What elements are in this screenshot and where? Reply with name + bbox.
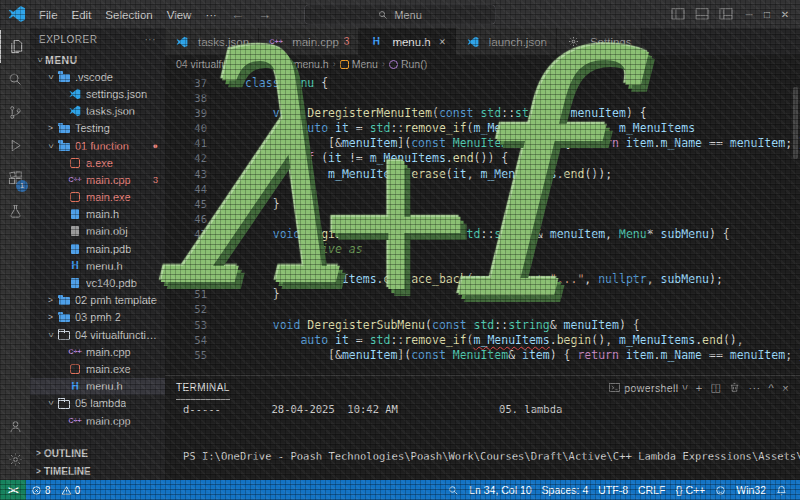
status-ln-34-col-10[interactable]: Ln 34, Col 10 [464,484,536,496]
chevron-icon: > [35,54,45,65]
menu-selection[interactable]: Selection [98,9,159,21]
status-win32[interactable]: Win32 [731,484,771,496]
tree-item[interactable]: Hmenu.h [30,378,165,395]
more-actions-icon[interactable]: ··· [748,382,760,394]
tree-item[interactable]: >.vscode [30,68,165,85]
nav-back-icon[interactable]: ← [231,7,244,22]
code-line: 47 void RegisterSubMenu(const std::strin… [165,227,800,242]
activity-testing-icon[interactable] [0,195,30,228]
activity-settings-icon[interactable] [0,443,30,476]
tree-item[interactable]: main.exe [30,360,165,377]
tab-launch-json[interactable]: launch.json [456,28,557,55]
tree-item[interactable]: >02 pmh template [30,292,165,309]
tree-item[interactable]: settings.json [30,85,165,102]
exe-icon [67,362,83,375]
tree-item-label: MENU [45,54,78,66]
search-icon[interactable] [443,485,464,496]
status-spaces-4[interactable]: Spaces: 4 [537,484,594,496]
code-text: void DeregisterSubMenu(const std::string… [207,318,640,333]
breadcrumb-item[interactable]: Run() [389,58,427,70]
tree-item[interactable]: main.pdb [30,240,165,257]
customize-layout-icon[interactable] [716,5,736,23]
tree-item[interactable]: main.h [30,206,165,223]
code-text: auto it = std::remove_if(m_MenuItems.beg… [207,121,695,136]
toggle-sidebar-icon[interactable] [668,5,688,23]
status-utf-8[interactable]: UTF-8 [593,484,633,496]
menu-more[interactable]: ··· [198,9,224,21]
nav-forward-icon[interactable]: → [258,7,271,22]
code-line: 53 void DeregisterSubMenu(const std::str… [165,318,800,333]
bell-icon[interactable] [771,485,792,496]
tree-item[interactable]: C++main.cpp [30,343,165,360]
tab-settings[interactable]: Settings [557,28,642,55]
activity-badge: 1 [16,180,28,192]
tree-item[interactable]: main.obj [30,223,165,240]
tree-item-label: settings.json [86,88,147,100]
menu-view[interactable]: View [160,9,199,21]
toggle-panel-icon[interactable] [692,5,712,23]
tree-item[interactable]: C++main.cpp [30,412,165,429]
line-number: 41 [165,136,207,151]
tab-menu-h[interactable]: Hmenu.h× [359,28,455,55]
editor-scrollbar[interactable] [793,87,798,159]
chevron-icon: > [46,140,56,151]
tree-item[interactable]: vc140.pdb [30,274,165,291]
activity-search-icon[interactable] [0,63,30,96]
close-button[interactable]: ✕ [776,9,794,20]
tree-root[interactable]: >MENU [30,51,165,68]
kill-terminal-icon[interactable] [729,382,740,393]
activity-extensions-icon[interactable]: 1 [0,162,30,195]
line-number: 42 [165,151,207,166]
remote-indicator[interactable]: >< [0,480,26,500]
vscode-icon [174,35,190,48]
close-panel-icon[interactable]: × [782,382,789,394]
breadcrumb-item[interactable]: Menu [340,58,378,70]
problems-errors[interactable]: 8 [26,484,56,496]
status--c-[interactable]: {} C++ [670,484,710,496]
maximize-button[interactable]: □ [758,9,776,20]
tree-item[interactable]: Hmenu.h [30,257,165,274]
tree-item[interactable]: a.exe [30,154,165,171]
tree-item[interactable]: >04 virtualfunctions [30,326,165,343]
menu-edit[interactable]: Edit [65,9,99,21]
tree-item[interactable]: >01 function● [30,137,165,154]
tab-terminal[interactable]: TERMINAL [176,376,230,400]
vscode-logo-icon [8,5,26,23]
feedback-icon[interactable] [710,485,731,496]
section-outline[interactable]: >OUTLINE [30,444,165,462]
activity-files-icon[interactable] [0,30,31,63]
breadcrumb[interactable]: 04 virtualfunctions›Hmenu.h›Menu›Run() [165,55,800,73]
activity-run-debug-icon[interactable] [0,129,30,162]
tree-item[interactable]: tasks.json [30,103,165,120]
code-text: } [207,287,280,302]
tab-close-icon[interactable]: × [439,35,446,49]
problems-warnings[interactable]: 0 [56,484,86,496]
tree-item[interactable]: >Testing [30,120,165,137]
breadcrumb-item[interactable]: 04 virtualfunctions [176,58,261,70]
menu-file[interactable]: File [32,9,65,21]
tab-main-cpp[interactable]: C++main.cpp3 [259,28,359,55]
tab-tasks-json[interactable]: tasks.json [165,28,259,55]
line-number: 43 [165,167,207,182]
terminal-shell-picker[interactable]: powershell \/ [609,382,687,394]
code-text: [&menuItem](const MenuItem& item) { retu… [207,136,800,151]
status-crlf[interactable]: CRLF [633,484,670,496]
tree-item[interactable]: >05 lambda [30,395,165,412]
terminal-output[interactable]: d----- 28-04-2025 10:42 AM 05. lambda PS… [165,399,800,480]
tree-item[interactable]: C++main.cpp3 [30,171,165,188]
new-terminal-icon[interactable]: + [696,382,703,394]
command-center[interactable]: Menu [304,4,496,25]
split-terminal-icon[interactable]: ◫ [711,381,722,394]
minimize-button[interactable]: ─ [740,9,758,20]
code-editor[interactable]: 37class Menu {3839 void DeregisterMenuIt… [165,73,800,375]
breadcrumb-item[interactable]: Hmenu.h [272,58,329,71]
activity-source-control-icon[interactable] [0,96,30,129]
explorer-more-actions-icon[interactable]: ··· [145,34,157,45]
tab-label: main.cpp [292,36,339,48]
tree-item[interactable]: main.exe [30,189,165,206]
maximize-panel-icon[interactable]: ^ [769,382,775,394]
section-timeline[interactable]: >TIMELINE [30,462,165,480]
code-text: void RegisterSubMenu(const std::string& … [207,227,730,242]
activity-account-icon[interactable] [0,410,30,443]
tree-item[interactable]: >03 pmh 2 [30,309,165,326]
